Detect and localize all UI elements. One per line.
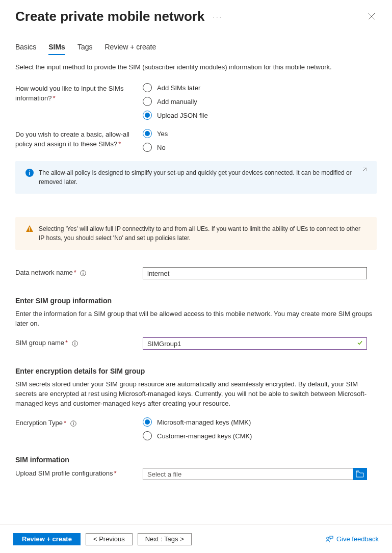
svg-rect-12	[73, 423, 73, 425]
upload-sim-label: Upload SIM profile configurations*	[15, 468, 143, 478]
svg-rect-6	[83, 273, 84, 275]
info-icon	[25, 169, 34, 177]
more-icon[interactable]: ···	[213, 13, 223, 20]
allow-all-label: Do you wish to create a basic, allow-all…	[15, 129, 143, 149]
give-feedback-link[interactable]: Give feedback	[325, 535, 379, 543]
svg-rect-3	[29, 227, 30, 230]
folder-icon	[356, 470, 364, 478]
sim-input-label: How would you like to input the SIMs inf…	[15, 83, 143, 103]
review-create-button[interactable]: Review + create	[13, 533, 81, 545]
encryption-type-label: Encryption Type*	[15, 417, 143, 428]
external-link-icon[interactable]	[361, 166, 367, 175]
svg-point-2	[29, 170, 30, 171]
sim-group-name-input[interactable]	[143, 337, 367, 350]
sim-group-heading: Enter SIM group information	[15, 297, 377, 305]
intro-text: Select the input method to provide the S…	[15, 63, 377, 71]
sim-group-name-label: SIM group name*	[15, 337, 143, 348]
file-select-input[interactable]: Select a file	[143, 468, 353, 480]
allow-all-radio-group: Yes No	[143, 129, 377, 152]
tab-sims[interactable]: SIMs	[48, 41, 65, 55]
encryption-heading: Enter encryption details for SIM group	[15, 367, 377, 375]
sim-input-radio-group: Add SIMs later Add manually Upload JSON …	[143, 83, 377, 120]
person-feedback-icon	[325, 535, 333, 543]
radio-add-manually[interactable]: Add manually	[143, 97, 377, 106]
svg-rect-9	[74, 343, 75, 345]
radio-allow-all-yes[interactable]: Yes	[143, 129, 377, 138]
radio-allow-all-no[interactable]: No	[143, 143, 377, 152]
warning-callout: Selecting 'Yes' will allow full IP conne…	[15, 217, 377, 250]
info-icon[interactable]	[80, 270, 86, 276]
previous-button[interactable]: < Previous	[86, 533, 133, 545]
svg-rect-1	[29, 172, 30, 175]
tab-basics[interactable]: Basics	[15, 41, 36, 55]
footer: Review + create < Previous Next : Tags >…	[0, 524, 392, 553]
page-title: Create private mobile network	[15, 9, 204, 24]
svg-point-10	[74, 341, 75, 343]
encryption-radio-group: Microsoft-managed keys (MMK) Customer-ma…	[143, 417, 377, 440]
warning-icon	[25, 225, 34, 233]
tab-bar: Basics SIMs Tags Review + create	[15, 41, 377, 55]
encryption-desc: SIM secrets stored under your SIM group …	[15, 379, 377, 408]
tab-tags[interactable]: Tags	[77, 41, 93, 55]
radio-add-sims-later[interactable]: Add SIMs later	[143, 83, 377, 92]
svg-point-4	[29, 230, 30, 231]
radio-cmk[interactable]: Customer-managed keys (CMK)	[143, 431, 377, 440]
svg-point-7	[83, 271, 84, 272]
data-network-input[interactable]	[143, 267, 367, 279]
info-icon[interactable]	[70, 420, 76, 427]
data-network-label: Data network name*	[15, 267, 143, 277]
sim-info-heading: SIM information	[15, 456, 377, 464]
radio-mmk[interactable]: Microsoft-managed keys (MMK)	[143, 417, 377, 427]
svg-point-14	[327, 537, 329, 539]
browse-file-button[interactable]	[353, 468, 367, 480]
sim-group-desc: Enter the information for a SIM group th…	[15, 309, 377, 328]
close-icon	[368, 13, 375, 20]
checkmark-icon	[357, 340, 363, 348]
svg-point-13	[73, 422, 74, 423]
radio-upload-json[interactable]: Upload JSON file	[143, 111, 377, 120]
info-icon[interactable]	[72, 340, 78, 347]
tab-review-create[interactable]: Review + create	[105, 41, 156, 55]
info-callout: The allow-all policy is designed to simp…	[15, 161, 377, 194]
next-button[interactable]: Next : Tags >	[138, 533, 192, 545]
close-button[interactable]	[363, 8, 380, 24]
